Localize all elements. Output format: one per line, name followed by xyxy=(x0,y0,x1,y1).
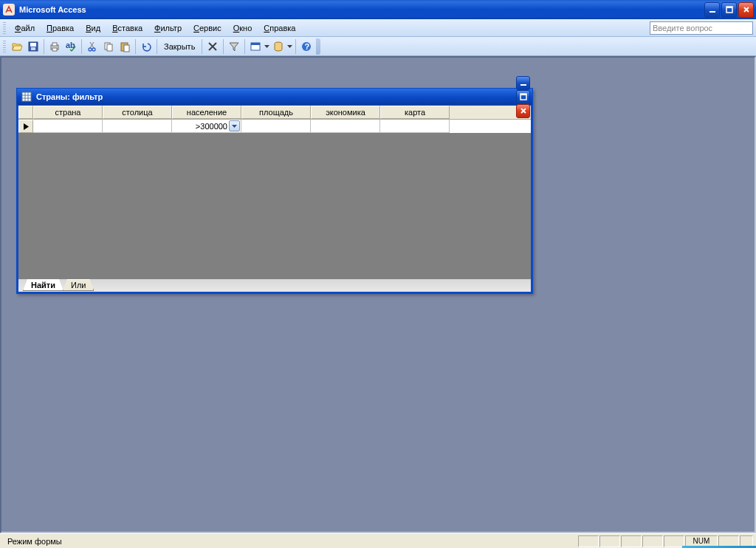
column-header-economy[interactable]: экономика xyxy=(311,106,380,119)
help-search-box[interactable] xyxy=(650,21,753,35)
help-search-input[interactable] xyxy=(650,24,756,32)
close-button[interactable] xyxy=(738,2,754,18)
menu-file[interactable]: Файл xyxy=(9,21,41,35)
svg-rect-16 xyxy=(124,45,129,52)
svg-rect-8 xyxy=(52,48,57,51)
svg-rect-15 xyxy=(123,42,126,44)
status-pane-3 xyxy=(621,535,642,547)
svg-rect-29 xyxy=(520,94,526,95)
filter-window: Страны: фильтр страна столица население … xyxy=(16,89,533,294)
svg-rect-5 xyxy=(31,47,35,50)
column-header-map[interactable]: карта xyxy=(380,106,450,119)
filter-tabs: Найти Или xyxy=(18,278,531,292)
minimize-button[interactable] xyxy=(704,2,720,18)
svg-rect-27 xyxy=(520,84,526,86)
column-header-population[interactable]: население xyxy=(172,106,241,119)
child-titlebar: Страны: фильтр xyxy=(16,88,533,106)
svg-text:?: ? xyxy=(305,42,310,51)
print-icon[interactable] xyxy=(47,38,63,55)
tab-find[interactable]: Найти xyxy=(23,279,63,291)
datasheet-icon xyxy=(21,92,32,102)
cell-economy[interactable] xyxy=(311,120,380,133)
child-close-button[interactable] xyxy=(516,104,530,118)
grid-header: страна столица население площадь экономи… xyxy=(18,106,531,120)
cell-area[interactable] xyxy=(241,120,311,133)
menu-filter[interactable]: Фильтр xyxy=(148,21,188,35)
menubar-grip[interactable] xyxy=(3,22,6,34)
status-pane-2 xyxy=(599,535,620,547)
cell-country[interactable] xyxy=(33,120,103,133)
paste-icon[interactable] xyxy=(117,38,133,55)
clear-grid-icon[interactable] xyxy=(205,38,221,55)
svg-rect-2 xyxy=(726,7,732,8)
filter-grid: страна столица население площадь экономи… xyxy=(18,106,531,133)
svg-point-10 xyxy=(89,48,92,51)
menu-insert[interactable]: Вставка xyxy=(106,21,148,35)
child-minimize-button[interactable] xyxy=(516,76,530,90)
copy-icon[interactable] xyxy=(100,38,117,55)
undo-icon[interactable] xyxy=(138,38,154,55)
tab-or[interactable]: Или xyxy=(63,279,94,291)
status-pane-1 xyxy=(578,535,599,547)
svg-rect-7 xyxy=(52,43,57,46)
menu-tools[interactable]: Сервис xyxy=(188,21,227,35)
status-pane-5 xyxy=(664,535,684,547)
open-icon[interactable] xyxy=(9,38,25,55)
row-selector[interactable] xyxy=(18,120,33,133)
filter-row: >300000 xyxy=(18,120,531,133)
help-icon[interactable]: ? xyxy=(298,38,315,55)
main-titlebar: Microsoft Access xyxy=(0,0,756,19)
svg-point-11 xyxy=(92,48,95,51)
status-mode: Режим формы xyxy=(3,537,577,546)
cell-capital[interactable] xyxy=(103,120,172,133)
combo-dropdown-icon[interactable] xyxy=(229,120,240,131)
column-header-capital[interactable]: столица xyxy=(103,106,172,119)
svg-rect-22 xyxy=(22,92,31,101)
column-header-country[interactable]: страна xyxy=(33,106,103,119)
svg-rect-18 xyxy=(251,43,260,45)
close-text-button[interactable]: Закрыть xyxy=(159,40,199,53)
statusbar: Режим формы NUM xyxy=(0,533,756,548)
spell-icon[interactable]: ab xyxy=(63,38,79,55)
select-all-corner[interactable] xyxy=(18,106,33,119)
app-title: Microsoft Access xyxy=(19,5,704,14)
database-icon[interactable] xyxy=(270,38,286,55)
cell-population[interactable]: >300000 xyxy=(172,120,241,133)
cut-icon[interactable] xyxy=(84,38,100,55)
toolbar-grip[interactable] xyxy=(3,41,6,52)
status-pane-4 xyxy=(642,535,663,547)
maximize-button[interactable] xyxy=(721,2,737,18)
menu-edit[interactable]: Правка xyxy=(41,21,80,35)
toolbar: ab Закрыть ? xyxy=(0,37,756,56)
access-app-icon xyxy=(3,4,15,16)
menu-window[interactable]: Окно xyxy=(227,21,258,35)
cell-population-value: >300000 xyxy=(196,122,227,131)
svg-rect-0 xyxy=(709,11,715,13)
filter-icon[interactable] xyxy=(226,38,242,55)
cell-map[interactable] xyxy=(380,120,450,133)
menu-view[interactable]: Вид xyxy=(80,21,106,35)
database-dropdown-icon[interactable] xyxy=(286,38,293,55)
child-title: Страны: фильтр xyxy=(36,92,516,101)
save-icon[interactable] xyxy=(25,38,41,55)
toolbar-overflow[interactable] xyxy=(316,38,320,55)
window-icon[interactable] xyxy=(247,38,264,55)
child-maximize-button[interactable] xyxy=(516,90,530,104)
window-dropdown-icon[interactable] xyxy=(264,38,270,55)
menu-help[interactable]: Справка xyxy=(258,21,301,35)
menubar: ФайлПравкаВидВставкаФильтрСервисОкноСпра… xyxy=(0,19,756,37)
mdi-area: Страны: фильтр страна столица население … xyxy=(0,56,756,533)
svg-rect-4 xyxy=(30,43,36,47)
column-header-area[interactable]: площадь xyxy=(241,106,311,119)
svg-rect-13 xyxy=(107,44,112,51)
